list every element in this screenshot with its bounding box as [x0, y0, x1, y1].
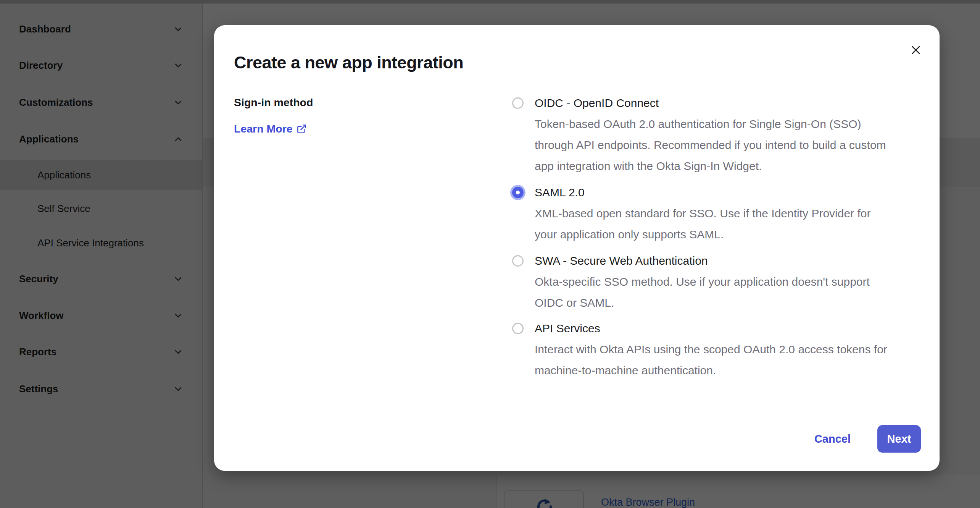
create-app-integration-modal: Create a new app integration Sign-in met… — [214, 25, 940, 471]
description-line: Interact with Okta APIs using the scoped… — [535, 339, 887, 360]
description-line: through API endpoints. Recommended if yo… — [535, 134, 886, 155]
sign-in-method-label: Sign-in method — [234, 96, 313, 109]
cancel-button[interactable]: Cancel — [814, 433, 851, 445]
option-description: Token-based OAuth 2.0 authentication for… — [535, 113, 886, 176]
modal-footer: Cancel Next — [814, 425, 921, 453]
description-line: Token-based OAuth 2.0 authentication for… — [535, 113, 886, 134]
okta-admin-app: Dashboard Directory Customizations Appli… — [0, 0, 980, 508]
radio-swa[interactable] — [512, 255, 524, 267]
learn-more-label: Learn More — [234, 123, 293, 135]
description-line: app integration with the Okta Sign-In Wi… — [535, 155, 886, 176]
close-icon — [909, 43, 923, 57]
close-button[interactable] — [907, 41, 925, 59]
option-label[interactable]: API Services — [535, 318, 887, 339]
option-label[interactable]: SWA - Secure Web Authentication — [535, 251, 870, 271]
description-line: Okta-specific SSO method. Use if your ap… — [535, 271, 870, 292]
option-oidc: OIDC - OpenID Connect Token-based OAuth … — [512, 93, 886, 176]
option-api-services: API Services Interact with Okta APIs usi… — [512, 318, 887, 381]
option-saml: SAML 2.0 XML-based open standard for SSO… — [512, 182, 870, 245]
description-line: machine-to-machine authentication. — [535, 360, 887, 381]
learn-more-link[interactable]: Learn More — [234, 123, 307, 135]
option-description: Okta-specific SSO method. Use if your ap… — [535, 271, 870, 313]
description-line: your application only supports SAML. — [535, 224, 870, 245]
radio-saml-selected[interactable] — [512, 187, 524, 198]
next-button[interactable]: Next — [877, 425, 921, 453]
option-swa: SWA - Secure Web Authentication Okta-spe… — [512, 251, 870, 313]
option-label[interactable]: OIDC - OpenID Connect — [535, 93, 886, 113]
modal-title: Create a new app integration — [234, 53, 463, 73]
option-label[interactable]: SAML 2.0 — [535, 182, 870, 203]
description-line: OIDC or SAML. — [535, 292, 870, 313]
radio-oidc[interactable] — [512, 97, 524, 109]
option-description: XML-based open standard for SSO. Use if … — [535, 203, 870, 245]
radio-api-services[interactable] — [512, 323, 524, 334]
option-description: Interact with Okta APIs using the scoped… — [535, 339, 887, 381]
external-link-icon — [297, 124, 307, 134]
description-line: XML-based open standard for SSO. Use if … — [535, 203, 870, 224]
